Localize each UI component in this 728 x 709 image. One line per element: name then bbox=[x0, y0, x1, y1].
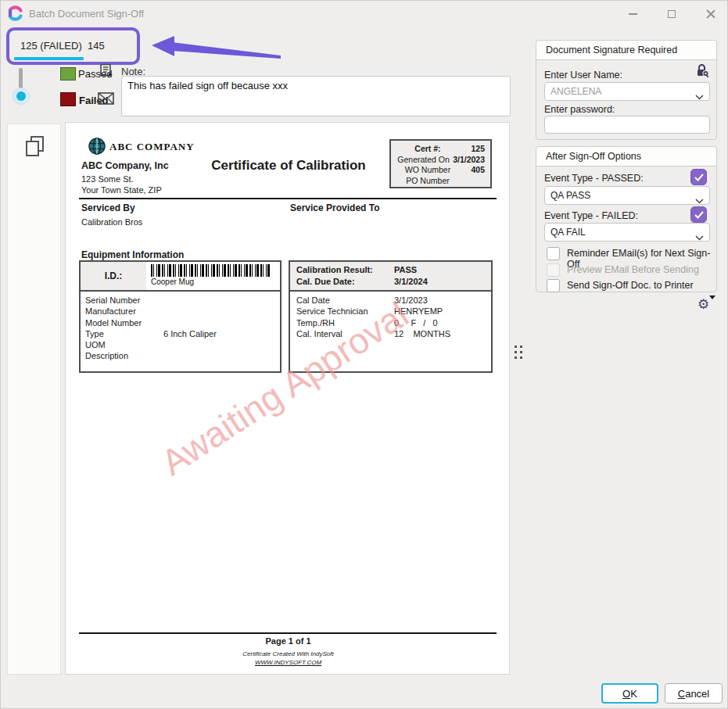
maximize-icon bbox=[668, 10, 676, 18]
footer-divider bbox=[79, 632, 497, 634]
event-type-failed-combobox[interactable]: QA FAIL bbox=[544, 223, 710, 242]
send-to-printer-label: Send Sign-Off Doc. to Printer bbox=[567, 280, 694, 291]
options-group-title: After Sign-Off Options bbox=[536, 147, 716, 167]
splitter-grip[interactable] bbox=[515, 346, 522, 359]
signoff-slider-track[interactable] bbox=[19, 68, 23, 89]
company-name: ABC Company, Inc bbox=[81, 160, 169, 171]
certificate-title: Certificate of Calibration bbox=[175, 158, 402, 174]
po-number-value bbox=[461, 176, 485, 187]
event-type-failed-label: Event Type - FAILED: bbox=[544, 210, 638, 221]
cancel-button[interactable]: Cancel bbox=[665, 683, 723, 704]
signoff-slider-thumb[interactable] bbox=[13, 88, 30, 105]
field-value: 0 F / 0 bbox=[394, 317, 438, 328]
preview-email-label: Preview EMail Before Sending bbox=[567, 264, 699, 275]
field-value: 6 Inch Caliper bbox=[163, 328, 217, 339]
password-lock-icon[interactable] bbox=[696, 63, 710, 81]
service-provided-to-label: Service Provided To bbox=[290, 202, 380, 213]
calibration-row: Service TechnicianHENRYEMP bbox=[296, 306, 491, 317]
id-label: I.D.: bbox=[81, 262, 146, 290]
barcode-image bbox=[151, 264, 270, 277]
settings-gear-icon[interactable]: ⚙︎ bbox=[698, 298, 709, 311]
serviced-by-label: Serviced By bbox=[81, 202, 135, 213]
created-with-label: Certificate Created With IndySoft bbox=[66, 650, 511, 657]
field-value: HENRYEMP bbox=[394, 306, 443, 317]
cert-number-label: Cert #: bbox=[394, 144, 461, 155]
equipment-row: Description bbox=[85, 350, 280, 361]
signature-group-title: Document Signature Required bbox=[536, 41, 716, 60]
note-input[interactable]: This has failed sign off because xxx bbox=[121, 76, 511, 116]
po-number-label: PO Number bbox=[394, 176, 461, 187]
field-label: Model Number bbox=[85, 317, 163, 328]
generated-on-row: Generated On 3/1/2023 bbox=[394, 155, 485, 166]
username-combobox[interactable]: ANGELENA bbox=[544, 82, 710, 101]
equipment-info-box: I.D.: Cooper Mug Serial Number Manufactu… bbox=[79, 260, 282, 373]
options-group: After Sign-Off Options Event Type - PASS… bbox=[536, 146, 717, 292]
field-label: Cal Date bbox=[296, 295, 394, 306]
cert-number-value: 125 bbox=[461, 144, 485, 155]
email-envelope-icon[interactable] bbox=[98, 92, 114, 108]
passed-color-swatch bbox=[60, 67, 76, 81]
slider-thumb-dot bbox=[16, 91, 26, 101]
page-number: Page 1 of 1 bbox=[66, 636, 511, 646]
annotation-arrow bbox=[146, 34, 287, 65]
minimize-button[interactable] bbox=[621, 3, 644, 25]
certificate-preview-page: ABC COMPANY ABC Company, Inc 123 Some St… bbox=[65, 122, 510, 675]
document-thumbnail-sidebar bbox=[7, 124, 61, 675]
gear-dropdown-arrow-icon[interactable] bbox=[709, 295, 715, 299]
field-value: 3/1/2023 bbox=[394, 295, 428, 306]
note-script-icon[interactable] bbox=[99, 63, 113, 81]
equipment-row: Serial Number bbox=[85, 295, 280, 306]
calibration-row: Cal. Interval12 MONTHS bbox=[296, 328, 491, 339]
calibration-header: Calibration Result:PASS Cal. Due Date:3/… bbox=[290, 262, 491, 292]
calibration-header-row: Cal. Due Date:3/1/2024 bbox=[296, 276, 491, 288]
minimize-icon bbox=[629, 13, 637, 15]
close-button[interactable] bbox=[699, 3, 723, 25]
password-input[interactable] bbox=[544, 116, 710, 134]
maximize-button[interactable] bbox=[660, 3, 683, 25]
wo-number-value: 405 bbox=[461, 165, 485, 176]
chevron-down-icon bbox=[695, 229, 704, 246]
copy-pages-icon[interactable] bbox=[23, 134, 47, 161]
calibration-row: Temp./RH0 F / 0 bbox=[296, 317, 491, 328]
header-divider bbox=[79, 198, 497, 199]
tab-145[interactable]: 145 bbox=[88, 40, 105, 52]
cert-info-box: Cert #: 125 Generated On 3/1/2023 WO Num… bbox=[389, 139, 492, 188]
field-label: Temp./RH bbox=[296, 317, 394, 328]
po-number-row: PO Number bbox=[394, 176, 485, 187]
event-type-passed-combobox[interactable]: QA PASS bbox=[544, 186, 710, 205]
equipment-row: UOM bbox=[85, 339, 280, 350]
field-label: Manufacturer bbox=[85, 306, 163, 317]
event-type-passed-checkbox[interactable] bbox=[690, 169, 707, 185]
close-icon bbox=[706, 9, 715, 19]
calibration-info-box: Calibration Result:PASS Cal. Due Date:3/… bbox=[289, 260, 493, 373]
field-value: 3/1/2024 bbox=[394, 276, 428, 288]
event-type-failed-checkbox[interactable] bbox=[690, 206, 707, 223]
cert-number-row: Cert #: 125 bbox=[394, 144, 485, 155]
ok-button-accesskey: O bbox=[622, 688, 630, 700]
equipment-field-rows: Serial Number Manufacturer Model Number … bbox=[81, 292, 280, 362]
indysoft-link[interactable]: WWW.INDYSOFT.COM bbox=[66, 659, 511, 666]
tab-125-failed[interactable]: 125 (FAILED) bbox=[20, 40, 82, 52]
calibration-field-rows: Cal Date3/1/2023 Service TechnicianHENRY… bbox=[290, 292, 491, 339]
ok-button[interactable]: OK bbox=[601, 683, 658, 704]
send-to-printer-checkbox[interactable] bbox=[547, 279, 560, 292]
company-globe-icon bbox=[88, 138, 106, 158]
company-logo-text: ABC COMPANY bbox=[109, 141, 195, 153]
preview-email-checkbox bbox=[547, 263, 560, 277]
field-label: Cal. Due Date: bbox=[296, 276, 394, 288]
reminder-email-checkbox[interactable] bbox=[547, 247, 560, 260]
company-address1: 123 Some St. bbox=[81, 174, 134, 184]
field-label: Type bbox=[85, 328, 163, 339]
chevron-down-icon bbox=[695, 88, 704, 106]
equipment-row: Model Number bbox=[85, 317, 280, 328]
id-value: Cooper Mug bbox=[151, 278, 280, 286]
batch-document-signoff-dialog: { "window": { "title": "Batch Document S… bbox=[0, 0, 728, 709]
field-label: Description bbox=[85, 350, 163, 361]
generated-on-value: 3/1/2023 bbox=[453, 155, 485, 166]
username-label: Enter User Name: bbox=[544, 70, 622, 81]
equipment-information-title: Equipment Information bbox=[81, 249, 184, 260]
cancel-button-rest: ancel bbox=[685, 688, 709, 700]
cancel-button-accesskey: C bbox=[678, 688, 685, 700]
field-value: PASS bbox=[394, 264, 417, 276]
wo-number-row: WO Number 405 bbox=[394, 165, 485, 176]
